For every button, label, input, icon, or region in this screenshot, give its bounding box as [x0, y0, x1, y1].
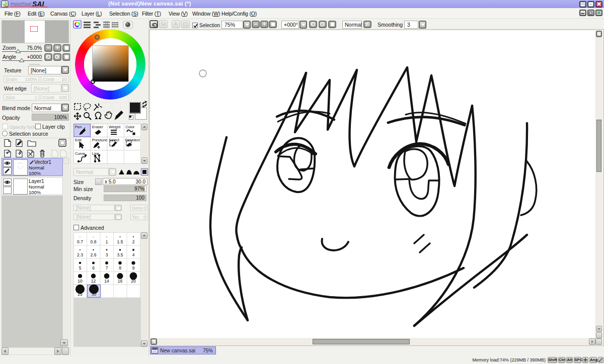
- svg-text:8: 8: [119, 265, 121, 270]
- svg-text:0.8: 0.8: [91, 239, 97, 244]
- svg-text:Eraser: Eraser: [92, 125, 104, 129]
- svg-text:9: 9: [132, 265, 135, 270]
- svg-text:Curve: Curve: [75, 151, 85, 156]
- svg-text:3: 3: [106, 252, 108, 257]
- svg-text:2: 2: [132, 239, 135, 244]
- svg-text:Weight: Weight: [109, 125, 121, 129]
- svg-text:14: 14: [104, 279, 109, 284]
- svg-text:Select: Select: [109, 138, 120, 142]
- svg-text:25: 25: [78, 292, 83, 297]
- svg-text:Edit: Edit: [75, 138, 82, 142]
- svg-text:6: 6: [92, 265, 95, 270]
- svg-text:Deselect: Deselect: [125, 138, 140, 142]
- svg-text:5: 5: [79, 265, 82, 270]
- svg-text:4: 4: [132, 252, 135, 257]
- svg-text:20: 20: [131, 279, 136, 284]
- svg-text:Pressure: Pressure: [92, 138, 107, 142]
- svg-text:1.5: 1.5: [117, 239, 123, 244]
- svg-text:16: 16: [118, 279, 123, 284]
- svg-text:10: 10: [78, 279, 83, 284]
- svg-text:PaintTool: PaintTool: [11, 2, 31, 7]
- svg-text:2.3: 2.3: [77, 252, 83, 257]
- svg-text:2.6: 2.6: [91, 252, 97, 257]
- svg-text:0.7: 0.7: [77, 239, 83, 244]
- svg-text:30: 30: [92, 292, 97, 297]
- svg-text:1: 1: [106, 239, 108, 244]
- svg-text:Color: Color: [125, 125, 134, 129]
- svg-text:7: 7: [106, 265, 108, 270]
- svg-text:3.5: 3.5: [117, 252, 123, 257]
- svg-text:Pen: Pen: [75, 125, 82, 129]
- svg-text:12: 12: [91, 279, 96, 284]
